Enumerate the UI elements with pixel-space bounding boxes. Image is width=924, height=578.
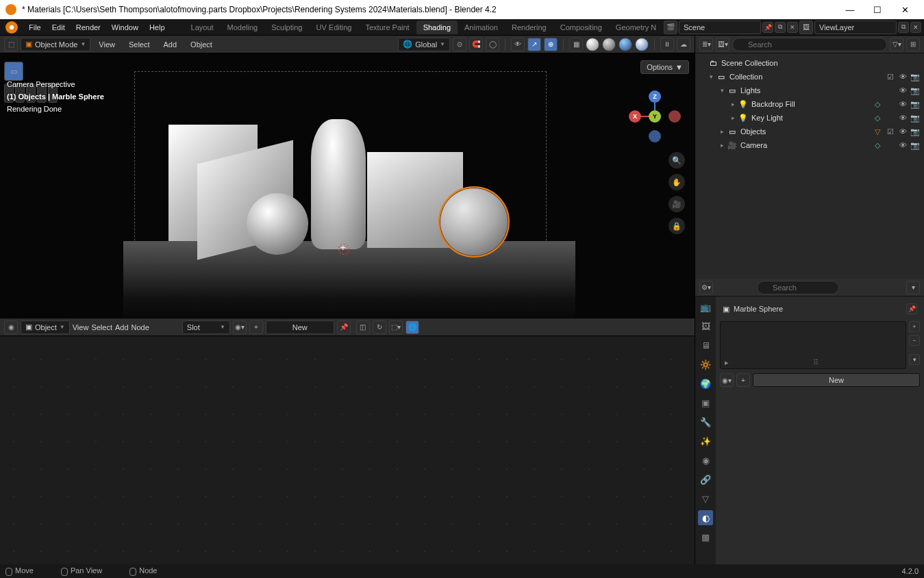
node-editor-type-icon[interactable]: ◉ [4, 321, 18, 334]
vp-menu-add[interactable]: Add [158, 40, 183, 49]
viewlayer-new-icon[interactable]: ⧉ [898, 22, 909, 33]
workspace-compositing[interactable]: Compositing [553, 21, 609, 34]
scene-name-input[interactable] [679, 21, 761, 34]
menu-window[interactable]: Window [106, 23, 144, 32]
orientation-dropdown[interactable]: 🌐 Global▼ [398, 38, 450, 51]
ne-tool4-icon[interactable]: 🌐 [405, 321, 419, 334]
camera-icon[interactable]: 📷 [910, 127, 920, 136]
ne-menu-view[interactable]: View [73, 323, 89, 331]
workspace-texture[interactable]: Texture Paint [358, 21, 416, 34]
outliner-display-icon[interactable]: 🖼▾ [716, 38, 729, 51]
pause-icon[interactable]: ⏸ [660, 38, 674, 51]
pan-icon[interactable]: ✋ [669, 174, 685, 190]
camera-icon[interactable]: 📷 [910, 73, 920, 81]
new-material-button[interactable]: New [753, 373, 920, 387]
close-button[interactable]: ✕ [891, 0, 919, 19]
outliner-filter-icon[interactable]: ▽▾ [890, 38, 903, 51]
menu-render[interactable]: Render [71, 23, 106, 32]
3d-viewport[interactable]: ▭ Camera Perspective (1) Objects | Marbl… [0, 36, 695, 318]
material-browse-icon[interactable]: ◉▾ [233, 321, 247, 334]
navigation-gizmo[interactable]: Z X Y [629, 90, 681, 142]
new-material-button[interactable]: New [266, 321, 334, 334]
shading-wireframe-icon[interactable] [586, 38, 599, 51]
material-slot-list[interactable]: ▸ ⠿ [720, 321, 906, 369]
tab-world-icon[interactable]: 🌍 [698, 376, 713, 391]
viewlayer-icon[interactable]: 🖼 [799, 21, 813, 34]
tab-particles-icon[interactable]: ✨ [698, 434, 713, 449]
camera-icon[interactable]: 📷 [910, 114, 920, 123]
scene-icon[interactable]: 🎬 [664, 21, 677, 34]
ne-tool3-icon[interactable]: ⬚▾ [389, 321, 403, 334]
shader-node-editor[interactable]: ◉ ▣ Object▼ View Select Add Node Slot▼ ◉… [0, 318, 695, 564]
perspective-icon[interactable]: 🔒 [669, 218, 685, 234]
material-add-icon[interactable]: + [249, 321, 263, 334]
menu-edit[interactable]: Edit [47, 23, 71, 32]
gizmo-toggle-icon[interactable]: ↗ [527, 38, 541, 51]
scene-delete-icon[interactable]: ✕ [787, 22, 798, 33]
eye-icon[interactable]: 👁 [898, 86, 908, 95]
eye-icon[interactable]: 👁 [898, 141, 908, 150]
tab-modifiers-icon[interactable]: 🔧 [698, 414, 713, 429]
blender-icon[interactable] [5, 21, 18, 34]
tab-material-icon[interactable]: ◐ [698, 510, 713, 525]
minimize-button[interactable]: — [836, 0, 864, 19]
ne-tool1-icon[interactable]: ◫ [356, 321, 370, 334]
workspace-uv[interactable]: UV Editing [309, 21, 358, 34]
editor-type-icon[interactable]: ⬚ [4, 38, 18, 51]
vp-menu-object[interactable]: Object [185, 40, 218, 49]
properties-search-input[interactable] [757, 281, 839, 294]
workspace-rendering[interactable]: Rendering [505, 21, 553, 34]
camera-icon[interactable]: 📷 [910, 141, 920, 150]
outliner-search-input[interactable] [732, 38, 887, 51]
workspace-modeling[interactable]: Modeling [221, 21, 265, 34]
slot-remove-icon[interactable]: − [909, 335, 920, 346]
pin-icon[interactable]: 📌 [906, 303, 917, 314]
workspace-animation[interactable]: Animation [458, 21, 505, 34]
viewport-options-button[interactable]: Options▼ [640, 60, 689, 74]
tab-physics-icon[interactable]: ◉ [698, 453, 713, 468]
camera-icon[interactable]: 📷 [910, 86, 920, 95]
tab-texture-icon[interactable]: ▦ [698, 529, 713, 544]
tab-scene-icon[interactable]: 🔆 [698, 357, 713, 372]
workspace-sculpting[interactable]: Sculpting [264, 21, 309, 34]
slot-menu-icon[interactable]: ▾ [909, 354, 920, 365]
viewlayer-delete-icon[interactable]: ✕ [910, 22, 921, 33]
outliner-type-icon[interactable]: ≣▾ [699, 38, 713, 51]
node-type-dropdown[interactable]: ▣ Object▼ [21, 321, 70, 334]
render-region-icon[interactable]: ☁ [677, 38, 690, 51]
pivot-icon[interactable]: ⊙ [453, 38, 466, 51]
tab-render-icon[interactable]: 📺 [698, 299, 713, 314]
menu-help[interactable]: Help [144, 23, 171, 32]
visibility-icon[interactable]: 👁 [511, 38, 525, 51]
shading-solid-icon[interactable] [602, 38, 616, 51]
zoom-icon[interactable]: 🔍 [669, 152, 685, 168]
workspace-shading[interactable]: Shading [416, 21, 458, 34]
checkbox-icon[interactable]: ☑ [886, 127, 895, 136]
eye-icon[interactable]: 👁 [898, 100, 908, 109]
tab-viewlayer-icon[interactable]: 🖥 [698, 338, 713, 353]
maximize-button[interactable]: ☐ [864, 0, 891, 19]
ne-menu-node[interactable]: Node [132, 323, 149, 331]
eye-icon[interactable]: 👁 [898, 73, 908, 81]
slot-add-icon[interactable]: + [909, 321, 920, 332]
camera-icon[interactable]: 📷 [910, 100, 920, 109]
shading-material-icon[interactable] [619, 38, 632, 51]
ne-menu-select[interactable]: Select [91, 323, 112, 331]
slot-dropdown[interactable]: Slot▼ [182, 321, 230, 334]
snap-icon[interactable]: 🧲 [469, 38, 483, 51]
scene-pin-icon[interactable]: 📌 [762, 22, 773, 33]
material-browse-icon[interactable]: ◉▾ [720, 373, 734, 387]
eye-icon[interactable]: 👁 [898, 127, 908, 136]
vp-menu-select[interactable]: Select [123, 40, 155, 49]
shading-rendered-icon[interactable] [635, 38, 649, 51]
material-new-add-icon[interactable]: + [736, 373, 750, 387]
vp-menu-view[interactable]: View [93, 40, 121, 49]
tab-output-icon[interactable]: 🖼 [698, 318, 713, 334]
workspace-geometry[interactable]: Geometry N [609, 21, 663, 34]
viewlayer-name-input[interactable] [814, 21, 897, 34]
ne-tool2-icon[interactable]: ↻ [373, 321, 386, 334]
pin-material-icon[interactable]: 📌 [337, 321, 351, 334]
ne-menu-add[interactable]: Add [115, 323, 129, 331]
scene-new-icon[interactable]: ⧉ [775, 22, 786, 33]
properties-options-icon[interactable]: ▾ [906, 281, 920, 294]
